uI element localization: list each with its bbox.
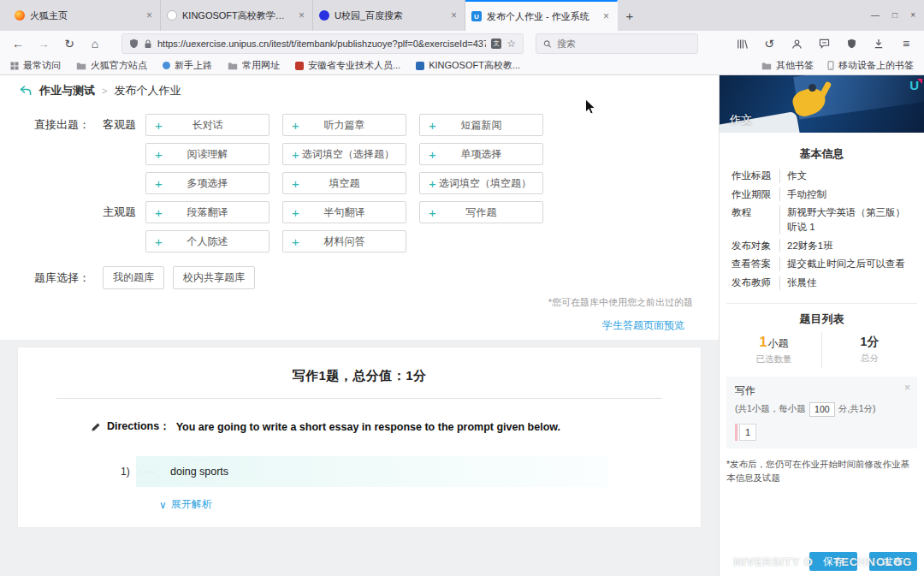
question-stats: 1小题 已选数量 1分 总分 (726, 332, 917, 368)
bank-selection-row: 题库选择： 我的题库 校内共享题库 (0, 266, 719, 289)
back-button[interactable]: ← (7, 33, 29, 54)
refresh-button[interactable]: ↻ (58, 33, 80, 54)
plus-icon: + (155, 119, 163, 132)
search-input[interactable] (557, 39, 690, 49)
bookmark-kingosoft[interactable]: KINGOSOFT高校教... (416, 59, 520, 72)
question-preview-card: 写作1题，总分值：1分 Directions： You are going to… (17, 347, 702, 528)
bookmark-mobile[interactable]: 移动设备上的书签 (827, 59, 914, 72)
selection-bar (735, 424, 737, 441)
bookmark-firefox-official[interactable]: 火狐官方站点 (76, 59, 147, 72)
close-window-button[interactable]: × (910, 10, 915, 20)
bookmark-other[interactable]: 其他书签 (761, 59, 814, 72)
history-icon[interactable]: ↺ (758, 33, 780, 54)
score-per-question-input[interactable] (809, 402, 835, 417)
plus-icon: + (155, 206, 163, 219)
new-tab-button[interactable]: + (618, 0, 642, 31)
info-value: 手动控制 (779, 187, 912, 202)
main-content: 作业与测试 > 发布个人作业 直接出题： 客观题 +长对话 +听力篇章 +短篇新… (0, 75, 719, 576)
direct-question-label: 直接出题： (34, 114, 103, 136)
add-banked-cloze-choice-button[interactable]: +选词填空（选择题） (282, 143, 406, 165)
add-long-dialogue-button[interactable]: +长对话 (145, 114, 270, 136)
remove-question-icon[interactable]: × (904, 382, 910, 394)
bookmark-anhui-professional[interactable]: 安徽省专业技术人员... (295, 59, 400, 72)
tab-close-icon[interactable]: × (145, 9, 154, 21)
tracking-shield-icon[interactable] (129, 39, 139, 49)
info-label: 查看答案 (732, 257, 779, 271)
account-icon[interactable] (785, 33, 808, 54)
add-single-choice-button[interactable]: +单项选择 (419, 143, 543, 165)
info-label: 作业期限 (732, 187, 779, 202)
pencil-icon (91, 422, 101, 432)
tab-close-icon[interactable]: × (449, 9, 459, 21)
add-half-sentence-translation-button[interactable]: +半句翻译 (282, 201, 406, 223)
add-short-news-button[interactable]: +短篇新闻 (419, 114, 543, 136)
bookmark-top-sites[interactable]: 最常访问 (10, 59, 61, 72)
detail-suffix: 分,共1分) (838, 403, 876, 415)
action-buttons: 保存 发布 (809, 552, 917, 571)
button-label: 填空题 (283, 176, 406, 191)
add-multi-choice-button[interactable]: +多项选择 (145, 172, 270, 194)
add-fill-blank-button[interactable]: +填空题 (282, 172, 406, 194)
translate-icon[interactable]: 文 (491, 39, 501, 49)
tab-close-icon[interactable]: × (297, 9, 306, 21)
library-icon[interactable] (731, 33, 753, 54)
add-material-qa-button[interactable]: +材料问答 (282, 230, 406, 252)
count-value: 1 (760, 335, 767, 349)
breadcrumb-current: 发布个人作业 (114, 83, 181, 98)
chevron-down-icon: ∨ (159, 499, 167, 511)
breadcrumb-parent[interactable]: 作业与测试 (39, 83, 95, 98)
bookmark-common-sites[interactable]: 常用网址 (228, 59, 280, 72)
breadcrumb: 作业与测试 > 发布个人作业 (0, 75, 719, 107)
expand-analysis-link[interactable]: ∨ 展开解析 (159, 497, 701, 512)
address-bar[interactable]: https://uexercise.unipus.cn/itest/t/item… (121, 33, 524, 54)
bookmark-getting-started[interactable]: 新手上路 (163, 59, 212, 72)
add-writing-button[interactable]: +写作题 (419, 201, 543, 223)
button-label: 长对话 (146, 118, 269, 133)
button-label: 写作题 (420, 205, 542, 220)
menu-icon[interactable]: ≡ (895, 33, 917, 54)
add-listening-passage-button[interactable]: +听力篇章 (282, 114, 406, 136)
folder-icon (761, 62, 772, 70)
downloads-icon[interactable] (868, 33, 890, 54)
question-index-button[interactable]: 1 (739, 424, 756, 441)
browser-tab-bar: 火狐主页 × KINGOSOFT高校教学综合管理服务平 × U校园_百度搜索 ×… (0, 0, 924, 31)
score-value: 1分 (861, 335, 880, 348)
search-bar[interactable] (536, 33, 698, 54)
publish-note: *发布后，您仍可在作业开始时间前修改作业基本信息及试题 (726, 457, 917, 485)
item-highlight[interactable]: ···· doing sports (136, 456, 608, 487)
my-bank-button[interactable]: 我的题库 (103, 266, 164, 289)
tab-firefox-home[interactable]: 火狐主页 × (9, 0, 161, 31)
tab-baidu-search[interactable]: U校园_百度搜索 × (313, 0, 465, 31)
tab-close-icon[interactable]: × (601, 10, 611, 22)
directions-label: Directions： (107, 419, 170, 434)
divider (56, 398, 662, 399)
bookmark-star-icon[interactable]: ☆ (506, 38, 516, 50)
publish-button[interactable]: 发布 (869, 552, 917, 571)
save-button[interactable]: 保存 (809, 552, 857, 571)
button-label: 个人陈述 (146, 235, 269, 249)
add-banked-cloze-blank-button[interactable]: +选词填空（填空题） (419, 172, 543, 194)
student-preview-link[interactable]: 学生答题页面预览 (0, 318, 719, 333)
back-return-icon[interactable] (19, 85, 33, 97)
shared-bank-button[interactable]: 校内共享题库 (173, 266, 255, 289)
question-item-row[interactable]: 1) ···· doing sports (121, 456, 701, 487)
tab-kingosoft[interactable]: KINGOSOFT高校教学综合管理服务平 × (161, 0, 313, 31)
plus-icon: + (292, 235, 299, 248)
info-row-answers: 查看答案 提交截止时间之后可以查看 (732, 257, 912, 271)
add-reading-button[interactable]: +阅读理解 (145, 143, 270, 165)
home-button[interactable]: ⌂ (84, 33, 106, 54)
maximize-button[interactable]: □ (892, 10, 897, 20)
bookmark-label: 安徽省专业技术人员... (308, 59, 400, 72)
forward-button[interactable]: → (33, 33, 55, 54)
add-personal-statement-button[interactable]: +个人陈述 (145, 230, 270, 252)
bookmark-label: 新手上路 (175, 59, 212, 72)
tab-publish-homework[interactable]: U 发布个人作业 - 作业系统 × (465, 0, 618, 31)
question-card-title: 写作 (735, 383, 909, 398)
add-paragraph-translation-button[interactable]: +段落翻译 (145, 201, 270, 223)
url-text[interactable]: https://uexercise.unipus.cn/itest/t/item… (157, 39, 486, 49)
minimize-button[interactable]: — (871, 10, 880, 20)
button-label: 段落翻译 (146, 205, 269, 220)
feedback-icon[interactable] (813, 33, 835, 54)
unipus-logo: U (909, 78, 919, 92)
shield-icon[interactable] (840, 33, 862, 54)
